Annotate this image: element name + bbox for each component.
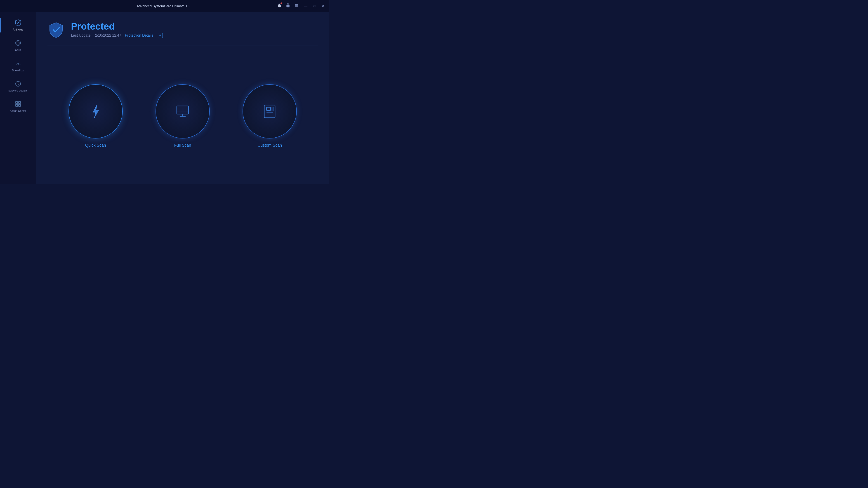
action-center-label: Action Center <box>10 109 26 112</box>
sidebar-item-action-center[interactable]: Action Center <box>0 97 36 116</box>
monitor-icon <box>174 102 192 121</box>
custom-scan-button[interactable]: Custom Scan <box>243 84 297 148</box>
svg-rect-11 <box>19 104 21 106</box>
menu-icon[interactable] <box>294 3 299 9</box>
window-controls: — ▭ ✕ <box>303 3 326 9</box>
bell-icon[interactable] <box>277 3 282 9</box>
speedup-icon <box>14 60 22 67</box>
custom-scan-label: Custom Scan <box>257 143 282 148</box>
protected-title: Protected <box>71 22 163 31</box>
lightning-icon <box>87 102 105 121</box>
quick-scan-label: Quick Scan <box>85 143 106 148</box>
app-container: Antivirus Care <box>0 12 329 184</box>
quick-scan-button[interactable]: Quick Scan <box>68 84 123 148</box>
full-scan-ring <box>156 84 210 138</box>
custom-scan-circle <box>243 84 297 138</box>
sidebar-item-care[interactable]: Care <box>0 36 36 55</box>
shield-icon <box>48 21 65 38</box>
svg-rect-9 <box>19 101 21 103</box>
titlebar: Advanced SystemCare Ultimate 15 — ▭ ✕ <box>0 0 329 12</box>
last-update-label: Last Update: <box>71 33 92 37</box>
checklist-icon <box>260 102 279 121</box>
lock-icon[interactable] <box>286 3 290 9</box>
protection-details-plus[interactable]: + <box>158 33 163 38</box>
svg-rect-8 <box>16 101 18 103</box>
updater-icon <box>14 80 22 88</box>
full-scan-circle <box>156 84 210 138</box>
main-content: Protected Last Update: 2/10/2022 12:47 P… <box>36 12 329 184</box>
speedup-label: Speed Up <box>12 69 24 72</box>
svg-rect-17 <box>267 107 271 110</box>
protected-header: Protected Last Update: 2/10/2022 12:47 P… <box>48 21 318 38</box>
full-scan-label: Full Scan <box>174 143 191 148</box>
svg-point-2 <box>18 42 19 43</box>
close-button[interactable]: ✕ <box>321 3 326 9</box>
sidebar: Antivirus Care <box>0 12 36 184</box>
full-scan-button[interactable]: Full Scan <box>156 84 210 148</box>
updater-label: Software Updater <box>8 89 28 92</box>
divider <box>48 45 318 45</box>
care-label: Care <box>15 48 21 52</box>
svg-rect-20 <box>271 107 273 111</box>
sidebar-item-speed-up[interactable]: Speed Up <box>0 57 36 75</box>
scan-buttons: Quick Scan Full Scan <box>48 55 318 177</box>
care-icon <box>14 39 22 46</box>
sidebar-item-antivirus[interactable]: Antivirus <box>0 16 36 34</box>
svg-rect-10 <box>16 104 18 106</box>
quick-scan-circle <box>68 84 123 138</box>
action-center-icon <box>14 100 22 107</box>
svg-rect-16 <box>264 105 275 118</box>
svg-rect-12 <box>177 106 188 114</box>
svg-point-3 <box>18 64 19 65</box>
maximize-button[interactable]: ▭ <box>312 3 317 9</box>
titlebar-icons: — ▭ ✕ <box>277 3 326 9</box>
protected-info: Protected Last Update: 2/10/2022 12:47 P… <box>71 22 163 38</box>
protection-details-link[interactable]: Protection Details <box>125 33 153 37</box>
quick-scan-ring <box>68 84 123 138</box>
antivirus-label: Antivirus <box>13 28 23 31</box>
antivirus-icon <box>14 19 22 26</box>
sidebar-item-software-updater[interactable]: Software Updater <box>0 77 36 95</box>
last-update-value: 2/10/2022 12:47 <box>95 33 121 37</box>
protected-subtitle: Last Update: 2/10/2022 12:47 Protection … <box>71 33 163 38</box>
app-title: Advanced SystemCare Ultimate 15 <box>49 4 277 8</box>
minimize-button[interactable]: — <box>303 3 308 9</box>
custom-scan-ring <box>243 84 297 138</box>
